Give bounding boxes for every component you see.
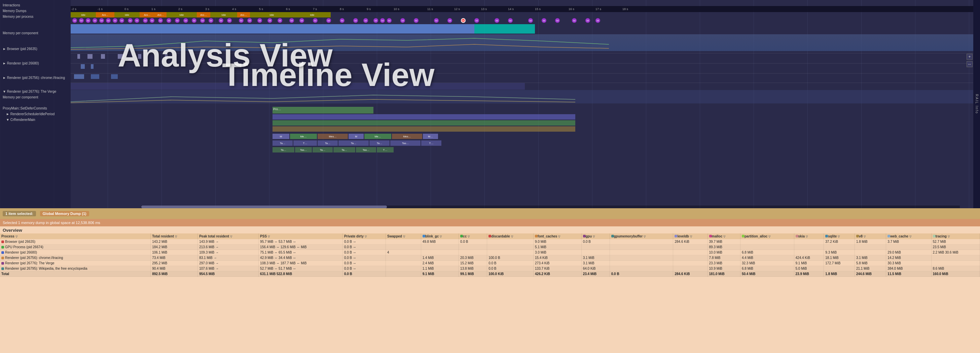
- col-total-resident[interactable]: Total resident ▽: [151, 233, 198, 239]
- m-marker-37[interactable]: M: [400, 18, 405, 23]
- m-marker-selected[interactable]: M: [461, 18, 466, 23]
- timeline-scrollbar-thumb[interactable]: [141, 206, 387, 208]
- m-marker-12[interactable]: M: [150, 18, 154, 23]
- table-row: Renderer (pid 26756): chrome://tracing 7…: [0, 255, 980, 261]
- m-marker-32[interactable]: M: [353, 18, 358, 23]
- m-marker-3[interactable]: M: [86, 18, 91, 23]
- label-renderer-scheduler[interactable]: ► RendererSchedulerIdlePeriod: [2, 111, 69, 117]
- cell-web-cache: [886, 244, 931, 250]
- m-marker-22[interactable]: M: [239, 18, 243, 23]
- m-marker-16[interactable]: M: [183, 18, 188, 23]
- m-marker-34[interactable]: M: [374, 18, 378, 23]
- col-cc[interactable]: cc ▽: [459, 233, 487, 239]
- m-marker-43[interactable]: M: [495, 18, 499, 23]
- col-tracing[interactable]: tracing ▽: [931, 233, 980, 239]
- col-malloc[interactable]: malloc ▽: [708, 233, 740, 239]
- cell-partition-alloc: [740, 239, 794, 244]
- cell-web-cache: 29.0 MiB: [886, 250, 931, 255]
- m-marker-23[interactable]: M: [247, 18, 252, 23]
- col-blink-gc[interactable]: blink_gc ▽: [421, 233, 458, 239]
- m-marker-30[interactable]: M: [326, 18, 331, 23]
- zoom-in-button[interactable]: +: [967, 54, 973, 60]
- table-scroll-area[interactable]: Process ▽ Total resident ▽ Peak total re…: [0, 233, 980, 277]
- m-marker-47[interactable]: M: [555, 18, 560, 23]
- m-marker-38[interactable]: M: [414, 18, 418, 23]
- m-marker-45[interactable]: M: [528, 18, 533, 23]
- m-marker-31[interactable]: M: [340, 18, 345, 23]
- m-marker-6[interactable]: M: [106, 18, 111, 23]
- col-peak-total-resident[interactable]: Peak total resident ▽: [198, 233, 259, 239]
- col-leveldb[interactable]: leveldb ▽: [673, 233, 708, 239]
- m-marker-40[interactable]: M: [447, 18, 452, 23]
- table-body: Browser (pid 26635) 143.2 MiB 143.9 MiB …: [0, 239, 980, 277]
- cell-peak-total-resident: 297.0 MiB →: [198, 261, 259, 266]
- col-process[interactable]: Process ▽: [0, 233, 151, 239]
- m-marker-19[interactable]: M: [208, 18, 213, 23]
- m-marker-10[interactable]: M: [135, 18, 139, 23]
- cell-skia: 9.1 MiB: [794, 261, 824, 266]
- m-marker-21[interactable]: M: [227, 18, 232, 23]
- col-partition-alloc[interactable]: partition_alloc ▽: [740, 233, 794, 239]
- m-marker-18[interactable]: M: [200, 18, 205, 23]
- col-swapped[interactable]: Swapped ▽: [386, 233, 421, 239]
- m-marker-25[interactable]: M: [267, 18, 272, 23]
- m-marker-14[interactable]: M: [167, 18, 171, 23]
- overview-title: Overview: [0, 226, 980, 233]
- table-total-row: Total 892.5 MiB 954.5 MiB 631.1 MiB 522.…: [0, 271, 980, 277]
- label-renderer-26756[interactable]: ► Renderer (pid 26756): chrome://tracing: [2, 75, 69, 80]
- m-marker-49[interactable]: M: [585, 18, 590, 23]
- m-marker-29[interactable]: M: [313, 18, 318, 23]
- m-marker-48[interactable]: M: [572, 18, 577, 23]
- renderer-26776-row: [71, 82, 973, 89]
- m-marker-24[interactable]: M: [257, 18, 262, 23]
- label-memory-dumps: Memory Dumps: [2, 8, 69, 13]
- col-skia[interactable]: skia ▽: [794, 233, 824, 239]
- m-marker-33[interactable]: M: [363, 18, 368, 23]
- m-marker-36[interactable]: M: [387, 18, 391, 23]
- col-discardable[interactable]: discardable ▽: [487, 233, 534, 239]
- col-web-cache[interactable]: web_cache ▽: [886, 233, 931, 239]
- m-marker-11[interactable]: M: [143, 18, 148, 23]
- m-marker-4[interactable]: M: [92, 18, 97, 23]
- m-marker-9[interactable]: M: [128, 18, 132, 23]
- m-marker-46[interactable]: M: [542, 18, 546, 23]
- label-renderer-26776[interactable]: ▼ Renderer (pid 26776): The Verge: [2, 89, 69, 94]
- cell-total-resident: 143.2 MiB: [151, 239, 198, 244]
- m-marker-26[interactable]: M: [278, 18, 282, 23]
- cell-peak-total-resident: 109.3 MiB →: [198, 250, 259, 255]
- zoom-fit-button[interactable]: ↔: [967, 61, 973, 67]
- col-pss[interactable]: PSS ▽: [259, 233, 343, 239]
- header-row: Process ▽ Total resident ▽ Peak total re…: [0, 233, 980, 239]
- m-marker-17[interactable]: M: [192, 18, 196, 23]
- col-gpu[interactable]: gpu ▽: [581, 233, 609, 239]
- cell-malloc: 89.3 MiB: [708, 244, 740, 250]
- timeline-scrollbar-h[interactable]: [141, 206, 960, 208]
- col-sqlite[interactable]: sqlite ▽: [824, 233, 855, 239]
- m-marker-20[interactable]: M: [219, 18, 223, 23]
- m-marker-44[interactable]: M: [508, 18, 513, 23]
- m-marker-1[interactable]: M: [72, 18, 77, 23]
- col-private-dirty[interactable]: Private dirty ▽: [342, 233, 385, 239]
- m-marker-35[interactable]: M: [380, 18, 385, 23]
- col-font-caches[interactable]: font_caches ▽: [534, 233, 582, 239]
- m-marker-42[interactable]: M: [474, 18, 479, 23]
- label-renderer-26680[interactable]: ► Renderer (pid 26680): [2, 61, 69, 66]
- cell-font-caches: 3.0 MiB: [534, 250, 582, 255]
- m-marker-15[interactable]: M: [175, 18, 180, 23]
- m-marker-8[interactable]: M: [119, 18, 124, 23]
- label-browser-pid[interactable]: ► Browser (pid 26635): [2, 46, 69, 51]
- col-gpumemorybuffer[interactable]: gpumemorybuffer ▽: [609, 233, 673, 239]
- m-marker-2[interactable]: M: [79, 18, 84, 23]
- m-marker-7[interactable]: M: [113, 18, 118, 23]
- m-marker-5[interactable]: M: [99, 18, 104, 23]
- cell-font-caches: 15.4 KiB: [534, 255, 582, 261]
- m-marker-13[interactable]: M: [158, 18, 163, 23]
- cell-web-cache-total: 11.5 MiB: [886, 271, 931, 277]
- m-marker-27[interactable]: M: [290, 18, 294, 23]
- col-v8[interactable]: v8 ▽: [854, 233, 886, 239]
- m-marker-50[interactable]: M: [595, 18, 600, 23]
- m-marker-39[interactable]: M: [434, 18, 439, 23]
- ruler-tick-14: 14 s: [508, 7, 514, 11]
- m-marker-28[interactable]: M: [299, 18, 304, 23]
- label-cr-renderer-main[interactable]: ▼ CrRendererMain: [2, 117, 69, 122]
